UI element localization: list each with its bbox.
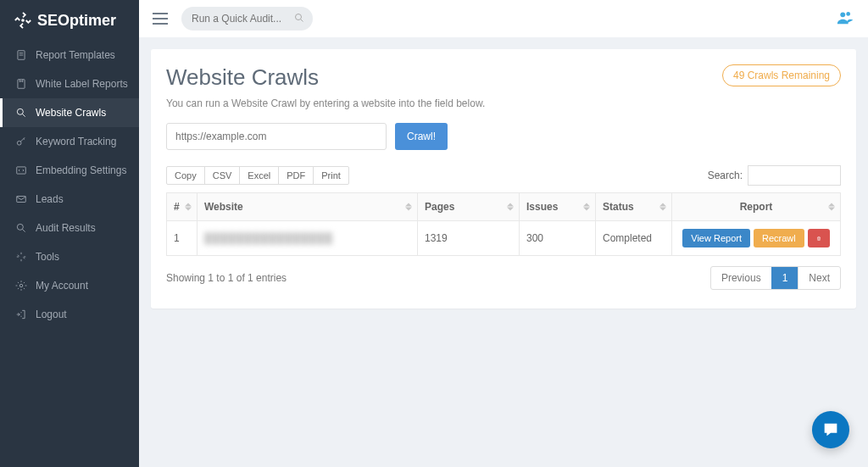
svg-point-15 bbox=[840, 12, 845, 17]
svg-rect-8 bbox=[17, 167, 26, 174]
svg-point-7 bbox=[17, 141, 21, 145]
export-pdf-button[interactable]: PDF bbox=[278, 166, 314, 185]
cell-issues: 300 bbox=[520, 221, 596, 256]
chat-launcher[interactable] bbox=[812, 411, 849, 448]
sidebar-item-label: Leads bbox=[36, 193, 64, 205]
cell-num: 1 bbox=[167, 221, 198, 256]
page-title: Website Crawls bbox=[166, 64, 485, 91]
search-icon bbox=[15, 107, 27, 119]
logo-icon bbox=[14, 11, 32, 30]
crawls-table: # Website Pages Issues Status Report 1 █… bbox=[166, 192, 841, 256]
topbar bbox=[139, 0, 868, 37]
cell-actions: View Report Recrawl bbox=[672, 221, 841, 256]
page-subtitle: You can run a Website Crawl by entering … bbox=[166, 97, 485, 109]
table-footer-text: Showing 1 to 1 of 1 entries bbox=[166, 272, 287, 284]
svg-point-5 bbox=[17, 108, 23, 114]
quick-audit-input[interactable] bbox=[192, 13, 303, 25]
search-icon bbox=[15, 222, 27, 234]
col-status[interactable]: Status bbox=[596, 193, 672, 221]
sidebar-item-label: Tools bbox=[36, 251, 59, 263]
sidebar-item-label: White Label Reports bbox=[36, 78, 128, 90]
logout-icon bbox=[15, 309, 27, 320]
mail-icon bbox=[15, 193, 27, 205]
menu-toggle[interactable] bbox=[153, 13, 168, 25]
pagination-prev[interactable]: Previous bbox=[711, 267, 771, 289]
pagination: Previous 1 Next bbox=[710, 266, 841, 290]
sidebar-item-logout[interactable]: Logout bbox=[0, 300, 139, 329]
svg-line-6 bbox=[22, 114, 25, 116]
trash-icon bbox=[816, 234, 821, 243]
svg-rect-9 bbox=[17, 197, 26, 203]
col-website[interactable]: Website bbox=[198, 193, 418, 221]
tools-icon bbox=[15, 251, 27, 263]
brand-logo[interactable]: SEOptimer bbox=[0, 0, 139, 41]
table-search-input[interactable] bbox=[748, 165, 841, 186]
svg-point-10 bbox=[17, 224, 23, 230]
export-buttons: Copy CSV Excel PDF Print bbox=[166, 166, 349, 185]
document-icon bbox=[15, 49, 27, 61]
sidebar-item-website-crawls[interactable]: Website Crawls bbox=[0, 98, 139, 127]
export-csv-button[interactable]: CSV bbox=[204, 166, 241, 185]
content-area: Website Crawls You can run a Website Cra… bbox=[139, 37, 868, 467]
sidebar-item-leads[interactable]: Leads bbox=[0, 185, 139, 214]
col-issues[interactable]: Issues bbox=[520, 193, 596, 221]
sidebar-item-label: Audit Results bbox=[36, 222, 96, 234]
sidebar-item-label: My Account bbox=[36, 280, 88, 292]
sidebar-item-report-templates[interactable]: Report Templates bbox=[0, 41, 139, 69]
sidebar-item-audit-results[interactable]: Audit Results bbox=[0, 214, 139, 242]
chat-icon bbox=[821, 420, 840, 439]
col-pages[interactable]: Pages bbox=[418, 193, 520, 221]
view-report-button[interactable]: View Report bbox=[682, 229, 750, 247]
code-icon bbox=[15, 164, 27, 176]
svg-point-0 bbox=[21, 19, 25, 22]
users-icon[interactable] bbox=[836, 8, 854, 30]
sidebar-item-embedding-settings[interactable]: Embedding Settings bbox=[0, 156, 139, 185]
sidebar-item-label: Embedding Settings bbox=[36, 164, 126, 176]
crawls-panel: Website Crawls You can run a Website Cra… bbox=[151, 49, 856, 309]
table-row: 1 ████████████████ 1319 300 Completed Vi… bbox=[167, 221, 841, 256]
pagination-next[interactable]: Next bbox=[798, 267, 840, 289]
cell-pages: 1319 bbox=[418, 221, 520, 256]
document-icon bbox=[15, 78, 27, 90]
quick-audit-search[interactable] bbox=[181, 7, 313, 31]
sidebar-item-label: Logout bbox=[36, 309, 67, 320]
gear-icon bbox=[15, 280, 27, 292]
sidebar-item-label: Report Templates bbox=[36, 49, 115, 61]
recrawl-button[interactable]: Recrawl bbox=[754, 229, 804, 247]
export-excel-button[interactable]: Excel bbox=[239, 166, 279, 185]
brand-name: SEOptimer bbox=[37, 12, 116, 30]
key-icon bbox=[15, 136, 27, 147]
export-print-button[interactable]: Print bbox=[313, 166, 349, 185]
search-icon bbox=[294, 13, 304, 25]
pagination-page[interactable]: 1 bbox=[771, 267, 798, 289]
svg-point-16 bbox=[846, 12, 850, 16]
svg-point-13 bbox=[296, 14, 302, 19]
delete-button[interactable] bbox=[808, 229, 830, 247]
cell-status: Completed bbox=[596, 221, 672, 256]
svg-point-12 bbox=[19, 284, 23, 287]
col-num[interactable]: # bbox=[167, 193, 198, 221]
crawl-url-input[interactable] bbox=[166, 123, 387, 150]
svg-line-11 bbox=[22, 229, 25, 231]
export-copy-button[interactable]: Copy bbox=[166, 166, 205, 185]
svg-line-14 bbox=[301, 19, 303, 21]
table-search-label: Search: bbox=[708, 170, 743, 181]
sidebar-item-keyword-tracking[interactable]: Keyword Tracking bbox=[0, 127, 139, 156]
crawls-remaining-badge: 49 Crawls Remaining bbox=[722, 64, 841, 86]
sidebar-item-label: Website Crawls bbox=[36, 107, 106, 119]
cell-website: ████████████████ bbox=[198, 221, 418, 256]
sidebar: SEOptimer Report Templates White Label R… bbox=[0, 0, 139, 467]
sidebar-item-tools[interactable]: Tools bbox=[0, 242, 139, 271]
col-report[interactable]: Report bbox=[672, 193, 841, 221]
sidebar-item-white-label[interactable]: White Label Reports bbox=[0, 69, 139, 98]
sidebar-item-my-account[interactable]: My Account bbox=[0, 271, 139, 300]
sidebar-item-label: Keyword Tracking bbox=[36, 136, 116, 147]
crawl-button[interactable]: Crawl! bbox=[395, 123, 448, 150]
